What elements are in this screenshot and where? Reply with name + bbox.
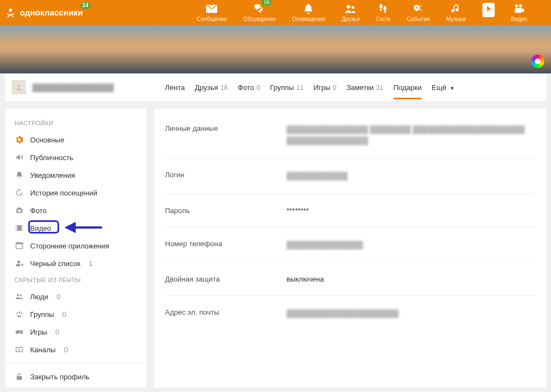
- tab-feed[interactable]: Лента: [165, 76, 185, 99]
- nav-friends[interactable]: Друзья: [333, 1, 368, 24]
- tab-gifts[interactable]: Подарки: [393, 76, 422, 99]
- label-personal: Личные данные: [165, 124, 287, 133]
- nav-events[interactable]: 5 События: [398, 1, 438, 24]
- label-login: Логин: [165, 171, 287, 179]
- row-phone[interactable]: Номер телефона ███████████████: [165, 227, 536, 263]
- svg-point-2: [347, 5, 350, 8]
- value-personal: ████████████████ ████████ ██████████████…: [287, 124, 536, 146]
- label-phone: Номер телефона: [165, 240, 287, 248]
- sidebar-item-main[interactable]: Основные: [5, 131, 146, 149]
- svg-point-11: [519, 4, 522, 8]
- nav-video-play[interactable]: [474, 1, 503, 24]
- sidebar-item-close-profile[interactable]: Закрыть профиль: [5, 368, 146, 385]
- svg-point-25: [16, 312, 18, 314]
- svg-rect-28: [17, 376, 22, 380]
- avatar[interactable]: [12, 80, 26, 94]
- lock-open-icon: [15, 372, 24, 381]
- tab-notes[interactable]: Заметки31: [347, 76, 384, 99]
- sidebar-item-notifications[interactable]: Уведомления: [5, 166, 146, 184]
- nav-video[interactable]: Видео: [503, 1, 536, 24]
- profile-tabs: Лента Друзья18 Фото0 Группы11 Игры0 Заме…: [165, 76, 455, 99]
- sidebar-item-channels[interactable]: Каналы0: [5, 341, 146, 358]
- value-password: ********: [287, 206, 309, 215]
- sidebar-item-photo[interactable]: Фото: [5, 202, 146, 219]
- nav-notifications[interactable]: Оповещения: [284, 1, 333, 24]
- annotation-arrow: [65, 221, 102, 235]
- tab-groups[interactable]: Группы11: [270, 76, 304, 99]
- row-password[interactable]: Пароль ********: [165, 194, 536, 227]
- logo-notif-badge: 14: [80, 2, 91, 9]
- tab-friends[interactable]: Друзья18: [195, 76, 228, 99]
- film-icon: [15, 224, 24, 232]
- person-icon: [15, 83, 23, 91]
- svg-point-4: [380, 4, 383, 8]
- sidebar-divider: [5, 363, 146, 363]
- megaphone-icon: [15, 153, 24, 162]
- cover-image: [0, 25, 551, 73]
- svg-rect-12: [515, 8, 522, 13]
- bell-icon: [302, 3, 314, 15]
- svg-point-21: [17, 261, 20, 263]
- nav-music[interactable]: Музыка: [438, 1, 474, 24]
- envelope-icon: [206, 3, 218, 15]
- settings-content: Личные данные ████████████████ ████████ …: [154, 109, 547, 388]
- people-icon: [15, 292, 24, 301]
- events-icon: 5: [412, 3, 424, 15]
- block-user-icon: [15, 259, 24, 268]
- footsteps-icon: [377, 3, 389, 15]
- value-phone: ███████████████: [287, 240, 363, 251]
- value-login: ████████████: [287, 171, 348, 182]
- sidebar-item-groups[interactable]: Группы0: [5, 305, 146, 323]
- svg-point-13: [17, 84, 20, 87]
- discussions-badge: 26: [261, 0, 271, 6]
- friends-icon: [344, 3, 356, 15]
- tab-games[interactable]: Игры0: [313, 76, 336, 99]
- row-email[interactable]: Адрес эл. почты ██████████████████████: [165, 296, 536, 331]
- row-login[interactable]: Логин ████████████: [165, 158, 536, 194]
- svg-point-3: [351, 6, 354, 9]
- tab-more[interactable]: Ещё▼: [432, 76, 455, 99]
- sidebar-item-games[interactable]: Игры0: [5, 323, 146, 341]
- sidebar-heading-settings: НАСТРОЙКИ: [5, 115, 146, 131]
- value-twofa: выключена: [287, 275, 324, 283]
- svg-rect-20: [16, 243, 23, 245]
- logo[interactable]: одноклассники 14: [4, 7, 83, 19]
- sidebar-item-thirdparty[interactable]: Сторонние приложения: [5, 237, 146, 255]
- sidebar-item-video[interactable]: Видео: [5, 219, 146, 237]
- cover-edit-button[interactable]: [531, 55, 544, 68]
- sidebar-item-public[interactable]: Публичность: [5, 149, 146, 166]
- logo-text: одноклассники 14: [20, 8, 83, 17]
- row-twofa[interactable]: Двойная защита выключена: [165, 263, 536, 296]
- nav-guests[interactable]: Гости: [368, 1, 398, 24]
- value-email: ██████████████████████: [287, 308, 399, 319]
- sidebar-item-history[interactable]: История посещений: [5, 184, 146, 202]
- profile-name: ████████████████: [33, 83, 114, 92]
- music-icon: [450, 3, 462, 15]
- top-header: одноклассники 14 Сообщения 26 Обсуждения…: [0, 0, 551, 25]
- nav-messages[interactable]: Сообщения: [188, 1, 235, 24]
- row-personal[interactable]: Личные данные ████████████████ ████████ …: [165, 120, 536, 158]
- svg-point-6: [384, 6, 387, 10]
- sidebar-item-people[interactable]: Люди0: [5, 288, 146, 305]
- label-email: Адрес эл. почты: [165, 308, 287, 316]
- svg-point-10: [515, 4, 518, 8]
- play-icon: [484, 4, 493, 13]
- sidebar-heading-hidden: СКРЫТЫЕ ИЗ ЛЕНТЫ: [5, 272, 146, 288]
- nav-discussions[interactable]: 26 Обсуждения: [235, 1, 284, 24]
- svg-point-23: [20, 294, 22, 296]
- sidebar-item-blacklist[interactable]: Черный список1: [5, 255, 146, 272]
- tab-photos[interactable]: Фото0: [238, 76, 260, 99]
- bell-outline-icon: [15, 171, 24, 179]
- channels-icon: [15, 345, 24, 354]
- label-password: Пароль: [165, 206, 287, 215]
- apps-icon: [15, 241, 24, 250]
- settings-sidebar: НАСТРОЙКИ Основные Публичность Уведомлен…: [5, 109, 146, 388]
- svg-point-7: [384, 11, 386, 13]
- svg-text:5: 5: [416, 6, 418, 10]
- svg-point-5: [380, 9, 382, 10]
- groups-icon: [15, 310, 24, 319]
- profile-bar: ████████████████ Лента Друзья18 Фото0 Гр…: [5, 73, 547, 101]
- camera-small-icon: [15, 206, 24, 215]
- label-twofa: Двойная защита: [165, 275, 287, 283]
- logo-icon: [4, 7, 17, 19]
